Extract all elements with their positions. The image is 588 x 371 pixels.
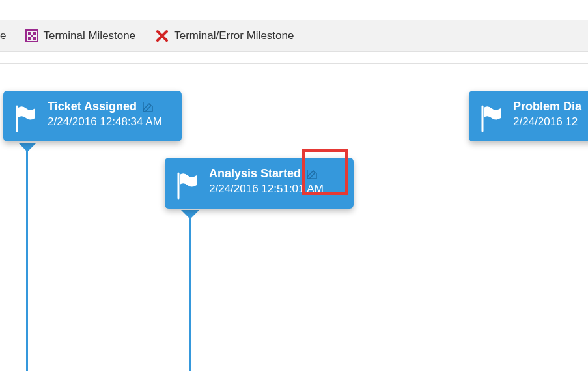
milestone-title-row: Analysis Started	[209, 167, 342, 181]
flag-icon-wrap	[12, 100, 40, 132]
top-bar	[0, 0, 588, 20]
legend-error-label: Terminal/Error Milestone	[174, 29, 294, 42]
milestone-timestamp: 2/24/2016 12:48:34 AM	[48, 115, 170, 128]
timeline-area: Ticket Assigned 2/24/2016 12:48:34 AM An…	[0, 52, 588, 371]
legend-bar: e Terminal Milestone Terminal/Error Mile…	[0, 20, 588, 52]
connector-arrow	[18, 143, 36, 152]
milestone-title: Problem Dia	[513, 100, 581, 113]
timeline-divider	[0, 63, 588, 64]
milestone-title: Ticket Assigned	[48, 100, 137, 113]
milestone-content: Ticket Assigned 2/24/2016 12:48:34 AM	[48, 100, 170, 128]
milestone-title: Analysis Started	[209, 167, 301, 181]
milestone-card-analysis-started[interactable]: Analysis Started 2/24/2016 12:51:01 AM	[165, 158, 354, 209]
milestone-title-row: Ticket Assigned	[48, 100, 170, 113]
milestone-card-problem-diagnosed[interactable]: Problem Dia 2/24/2016 12	[469, 91, 588, 141]
milestone-connector	[189, 210, 191, 371]
legend-terminal-error-milestone: Terminal/Error Milestone	[155, 29, 294, 43]
flag-icon	[176, 172, 199, 200]
milestone-content: Problem Dia 2/24/2016 12	[513, 100, 588, 128]
flag-icon-wrap	[478, 100, 505, 132]
flag-icon-wrap	[174, 167, 201, 200]
error-milestone-icon	[155, 29, 169, 43]
connector-arrow	[181, 210, 199, 219]
edit-icon[interactable]	[306, 168, 318, 180]
milestone-content: Analysis Started 2/24/2016 12:51:01 AM	[209, 167, 342, 196]
milestone-card-ticket-assigned[interactable]: Ticket Assigned 2/24/2016 12:48:34 AM	[3, 91, 182, 141]
terminal-milestone-icon	[25, 29, 38, 42]
edit-icon[interactable]	[142, 101, 154, 113]
flag-icon	[480, 105, 503, 132]
milestone-title-row: Problem Dia	[513, 100, 588, 113]
flag-icon	[14, 105, 38, 132]
legend-terminal-milestone: Terminal Milestone	[25, 29, 135, 42]
milestone-timestamp: 2/24/2016 12:51:01 AM	[209, 183, 342, 196]
milestone-connector	[26, 143, 28, 371]
milestone-timestamp: 2/24/2016 12	[513, 115, 588, 128]
legend-terminal-label: Terminal Milestone	[43, 29, 135, 42]
legend-partial-text: e	[0, 29, 6, 42]
